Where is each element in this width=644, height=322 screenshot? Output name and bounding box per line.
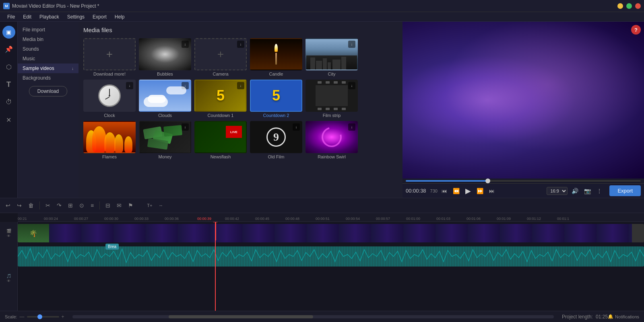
city-download-icon[interactable]: ↓ [348, 41, 355, 48]
title-button[interactable]: ✉ [114, 201, 124, 210]
export-button[interactable]: Export [609, 185, 641, 196]
sidebar-icon-clock[interactable]: ⏱ [2, 95, 16, 109]
video-track-eye[interactable]: 👁 [7, 234, 10, 238]
audio-track-eye[interactable]: 👁 [7, 279, 10, 283]
oldfilm-number: 9 [266, 127, 286, 147]
tracks-area: 🎬 👁 🎵 👁 [0, 222, 644, 311]
sidebar-icon-media[interactable]: ▣ [2, 26, 15, 39]
media-thumb-clouds: ↓ [139, 80, 191, 112]
cut-button[interactable]: ✂ [43, 201, 53, 210]
toolbar: ↩ ↪ 🗑 ✂ ↷ ⊞ ⊙ ≡ ⊟ ✉ ⚑ T+ ↔ [0, 198, 644, 213]
window-title: Movavi Video Editor Plus - New Project * [12, 3, 99, 9]
media-item-swirl[interactable]: ↓ Rainbow Swirl [305, 121, 358, 159]
menu-playback[interactable]: Playback [35, 13, 63, 21]
audio-track-controls: 🎵 👁 [0, 264, 17, 293]
help-button[interactable]: ? [631, 25, 641, 35]
menu-file[interactable]: File [3, 13, 19, 21]
media-panel: Media files + Download more! ↓ Bubbles [78, 22, 402, 198]
media-item-download-more[interactable]: + Download more! [83, 38, 136, 76]
video-track-content[interactable]: 🌴 [18, 224, 644, 242]
sidebar-icon-text[interactable]: T [2, 77, 16, 92]
more-options-button[interactable]: ⋮ [595, 187, 604, 195]
sidebar-item-sample-videos[interactable]: Sample videos ↓ [18, 64, 78, 73]
track-content[interactable]: 🌴 Brea [18, 222, 644, 311]
step-forward-button[interactable]: ⏩ [475, 187, 485, 195]
volume-button[interactable]: 🔊 [570, 187, 580, 195]
step-back-button[interactable]: ⏪ [451, 187, 461, 195]
sidebar-icon-pin[interactable]: 📌 [2, 42, 16, 56]
media-item-oldfilm[interactable]: ↓ 9 Old Film [250, 121, 302, 159]
swirl-download-icon[interactable]: ↓ [348, 123, 355, 131]
insert-button[interactable]: ⊟ [103, 201, 113, 210]
snapshot-button[interactable]: 📷 [582, 187, 592, 195]
skip-start-button[interactable]: ⏮ [440, 187, 449, 195]
preview-progress-bar[interactable] [406, 180, 641, 182]
bubbles-download-icon[interactable]: ↓ [182, 41, 189, 48]
aspect-ratio-select[interactable]: 16:9 [547, 187, 568, 195]
minimize-button[interactable]: — [617, 3, 623, 9]
notifications-button[interactable]: 🔔 Notifications [608, 314, 639, 319]
play-button[interactable]: ▶ [464, 186, 473, 196]
scale-handle[interactable] [37, 314, 42, 319]
media-label-oldfilm: Old Film [250, 154, 302, 159]
scale-increase-button[interactable]: + [62, 314, 64, 320]
playhead[interactable] [215, 222, 216, 311]
oldfilm-download-icon[interactable]: ↓ [293, 123, 300, 131]
media-item-money[interactable]: ↓ Money [139, 121, 191, 159]
media-item-countdown1[interactable]: ↓ 5 Countdown 1 [194, 80, 247, 118]
sidebar-icon-filter[interactable]: ⬡ [2, 59, 16, 74]
media-item-clock[interactable]: ↓ Clock [83, 80, 136, 118]
track-snap-button[interactable]: ↔ [156, 201, 165, 209]
media-item-filmstrip[interactable]: ↓ Film strip [305, 80, 358, 118]
sidebar-item-media-bin[interactable]: Media bin [18, 35, 78, 44]
timeline-scrollbar[interactable] [72, 315, 554, 318]
scale-slider[interactable] [27, 316, 59, 318]
sidebar-item-backgrounds[interactable]: Backgrounds [18, 73, 78, 83]
countdown1-download-icon[interactable]: ↓ [237, 82, 244, 89]
media-item-flames[interactable]: Flames [83, 121, 136, 159]
close-button[interactable]: ✕ [635, 3, 641, 9]
media-item-city[interactable]: ↓ City [305, 38, 358, 76]
menu-export[interactable]: Export [89, 13, 111, 21]
media-item-clouds[interactable]: ↓ Clouds [139, 80, 191, 118]
media-item-camera[interactable]: + ↓ Camera [194, 38, 247, 76]
maximize-button[interactable]: □ [626, 3, 632, 9]
sidebar-icon-tools[interactable]: ✕ [2, 113, 16, 127]
scrollbar-thumb[interactable] [169, 315, 313, 318]
menu-help[interactable]: Help [111, 13, 129, 21]
ruler-mark-4: 00:00:33 [134, 217, 149, 221]
progress-handle[interactable] [485, 178, 490, 183]
sidebar-item-music[interactable]: Music [18, 54, 78, 64]
camera-download-icon[interactable]: ↓ [237, 41, 244, 48]
media-item-bubbles[interactable]: ↓ Bubbles [139, 38, 191, 76]
ruler-mark-1: 00:00:24 [44, 217, 58, 221]
sidebar-item-sounds[interactable]: Sounds [18, 44, 78, 54]
add-track-button[interactable]: T+ [144, 201, 155, 209]
media-item-countdown2[interactable]: 5 Countdown 2 [250, 80, 302, 118]
download-button[interactable]: Download [29, 86, 67, 96]
crop-button[interactable]: ⊞ [66, 201, 75, 210]
filmstrip-download-icon[interactable]: ↓ [348, 82, 355, 89]
scale-decrease-button[interactable]: — [20, 314, 25, 320]
media-item-candle[interactable]: Candle [250, 38, 302, 76]
color-button[interactable]: ⊙ [77, 201, 87, 210]
money-download-icon[interactable]: ↓ [182, 123, 189, 131]
menu-settings[interactable]: Settings [63, 13, 89, 21]
countdown1-number: 5 [217, 87, 225, 104]
media-item-newsflash[interactable]: ↓ LIVE Newsflash [194, 121, 247, 159]
delete-button[interactable]: 🗑 [26, 201, 36, 210]
file-import-label: File import [23, 27, 45, 33]
audio-button[interactable]: ≡ [88, 201, 96, 210]
preview-controls: 00:00:38 730 ⏮ ⏪ ▶ ⏩ ⏭ 16:9 🔊 📷 ⋮ Export [402, 183, 644, 198]
menu-edit[interactable]: Edit [19, 13, 35, 21]
media-thumb-newsflash: ↓ LIVE [194, 121, 247, 153]
sidebar-item-file-import[interactable]: File import [18, 25, 78, 35]
flag-button[interactable]: ⚑ [126, 201, 136, 210]
redo-button[interactable]: ↪ [14, 201, 24, 210]
time-sub: 730 [430, 189, 438, 193]
undo-button[interactable]: ↩ [3, 201, 13, 210]
rotate-button[interactable]: ↷ [54, 201, 64, 210]
clock-download-icon[interactable]: ↓ [126, 82, 133, 89]
media-thumb-candle [250, 38, 302, 70]
skip-end-button[interactable]: ⏭ [487, 187, 496, 195]
